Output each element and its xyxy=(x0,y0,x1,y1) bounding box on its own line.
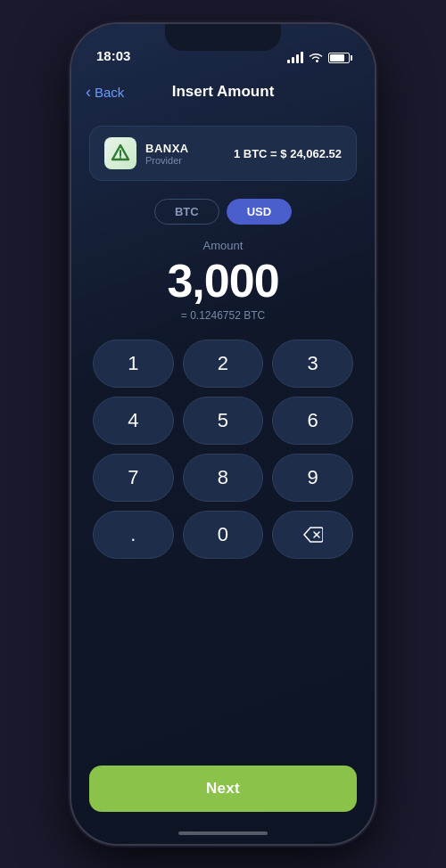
key-2[interactable]: 2 xyxy=(183,340,264,388)
amount-label: Amount xyxy=(89,239,357,252)
signal-icon xyxy=(287,52,303,63)
key-9[interactable]: 9 xyxy=(272,454,353,502)
key-7[interactable]: 7 xyxy=(93,454,174,502)
provider-logo xyxy=(104,137,136,169)
status-time: 18:03 xyxy=(96,48,130,63)
provider-card: BANXA Provider 1 BTC = $ 24,062.52 xyxy=(89,126,357,181)
key-8[interactable]: 8 xyxy=(183,454,264,502)
screen: 18:03 ‹ xyxy=(71,24,375,844)
back-button[interactable]: ‹ Back xyxy=(86,84,124,100)
bottom-area: Next xyxy=(71,751,375,844)
battery-icon xyxy=(328,53,350,63)
key-6[interactable]: 6 xyxy=(272,397,353,445)
amount-btc-equiv: = 0.1246752 BTC xyxy=(89,309,357,322)
phone-shell: 18:03 ‹ xyxy=(71,24,375,844)
currency-toggle: BTC USD xyxy=(89,199,357,225)
provider-rate: 1 BTC = $ 24,062.52 xyxy=(234,147,342,160)
delete-icon xyxy=(303,527,323,543)
keypad: 1 2 3 4 5 6 7 8 9 . 0 xyxy=(89,340,357,559)
provider-label: Provider xyxy=(145,155,189,166)
btc-currency-button[interactable]: BTC xyxy=(154,199,219,225)
amount-section: Amount 3,000 = 0.1246752 BTC xyxy=(89,239,357,322)
key-dot[interactable]: . xyxy=(93,511,174,559)
nav-header: ‹ Back Insert Amount xyxy=(71,69,375,115)
key-0[interactable]: 0 xyxy=(183,511,264,559)
main-content: BANXA Provider 1 BTC = $ 24,062.52 BTC U… xyxy=(71,115,375,751)
key-5[interactable]: 5 xyxy=(183,397,264,445)
next-button[interactable]: Next xyxy=(89,766,357,812)
usd-currency-button[interactable]: USD xyxy=(227,199,292,225)
key-1[interactable]: 1 xyxy=(93,340,174,388)
home-indicator xyxy=(178,831,268,835)
provider-name: BANXA xyxy=(145,142,189,155)
provider-info: BANXA Provider xyxy=(104,137,189,169)
key-delete[interactable] xyxy=(272,511,353,559)
provider-text-group: BANXA Provider xyxy=(145,142,189,166)
notch xyxy=(165,24,281,51)
amount-value: 3,000 xyxy=(89,258,357,304)
banxa-logo-icon xyxy=(111,143,130,163)
back-chevron-icon: ‹ xyxy=(86,84,91,100)
key-3[interactable]: 3 xyxy=(272,340,353,388)
svg-point-2 xyxy=(120,157,121,159)
back-label: Back xyxy=(95,85,124,100)
wifi-icon xyxy=(309,53,323,63)
page-title: Insert Amount xyxy=(172,83,275,101)
status-icons xyxy=(287,52,350,63)
key-4[interactable]: 4 xyxy=(93,397,174,445)
